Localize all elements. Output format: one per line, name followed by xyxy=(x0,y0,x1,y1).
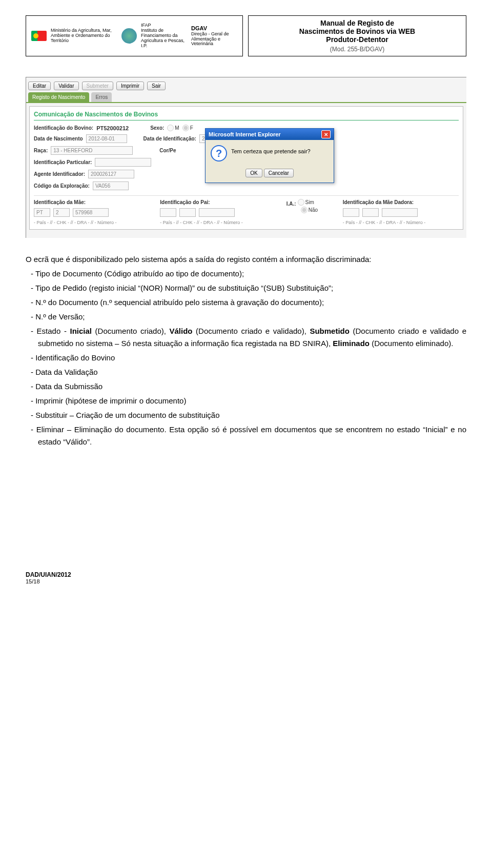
header-right-box: Manual de Registo de Nascimentos de Bovi… xyxy=(248,15,466,56)
parent-columns: Identificação da Mãe: - País - // - CHK … xyxy=(34,195,459,225)
dialog-ok-button[interactable]: OK xyxy=(245,169,262,177)
footer-page: 15/18 xyxy=(26,578,466,584)
ifap-label: IFAP Instituto de Financiamento da Agric… xyxy=(141,23,187,48)
maed-chk-input[interactable] xyxy=(362,208,379,217)
body-text: O ecrã que é disponibilizado pelo sistem… xyxy=(26,253,466,448)
dialog-cancel-button[interactable]: Cancelar xyxy=(264,169,294,177)
imprimir-button[interactable]: Imprimir xyxy=(116,82,144,90)
ia-sim-radio[interactable]: Sim xyxy=(298,199,314,206)
sair-button[interactable]: Sair xyxy=(147,82,166,90)
doc-mod: (Mod. 255-B/DGAV) xyxy=(254,46,461,53)
app-toolbar: Editar Validar Submeter Imprimir Sair xyxy=(26,77,466,92)
pai-chk-input[interactable] xyxy=(179,208,196,217)
ident-mae-label: Identificação da Mãe: xyxy=(34,199,86,205)
footer-org: DAD/UIAN/2012 xyxy=(26,571,466,578)
close-icon[interactable]: ✕ xyxy=(321,130,331,138)
ident-pai-label: Identificação do Pai: xyxy=(160,199,210,205)
list-item: - Identificação do Bovino xyxy=(26,352,466,364)
data-nasc-input[interactable] xyxy=(86,134,127,143)
panel-title: Comunicação de Nascimentos de Bovinos xyxy=(34,111,459,120)
raca-input[interactable] xyxy=(51,146,133,155)
mae-chk-input[interactable] xyxy=(53,208,70,217)
doc-title-line2: Nascimentos de Bovinos via WEB xyxy=(254,27,461,35)
validar-button[interactable]: Validar xyxy=(54,82,78,90)
app-tabs: Registo de Nascimento Erros xyxy=(26,92,466,103)
list-item: - Eliminar – Eliminação do documento. Es… xyxy=(26,423,466,448)
ident-part-input[interactable] xyxy=(95,158,151,167)
list-item-estado: - Estado - Inicial (Documento criado), V… xyxy=(26,325,466,350)
submeter-button[interactable]: Submeter xyxy=(82,82,113,90)
question-icon: ? xyxy=(211,145,227,162)
maed-hint: - País - // - CHK - // - DRA - // - Núme… xyxy=(343,220,459,225)
tab-erros[interactable]: Erros xyxy=(91,92,112,102)
ia-nao-radio[interactable]: Não xyxy=(301,207,318,213)
ident-part-label: Identificação Particular: xyxy=(34,159,92,165)
maed-num-input[interactable] xyxy=(382,208,418,217)
globe-icon xyxy=(121,28,137,44)
data-nasc-label: Data de Nascimento xyxy=(34,136,83,142)
intro-paragraph: O ecrã que é disponibilizado pelo sistem… xyxy=(26,253,466,266)
ident-bovino-label: Identificação do Bovino: xyxy=(34,125,93,131)
agente-label: Agente Identificador: xyxy=(34,171,85,177)
editar-button[interactable]: Editar xyxy=(28,82,51,90)
list-item: - N.º do Documento (n.º sequencial atrib… xyxy=(26,296,466,309)
doc-title-line1: Manual de Registo de xyxy=(254,19,461,27)
list-item: - N.º de Versão; xyxy=(26,311,466,323)
corpe-label: Cor/Pe xyxy=(159,148,176,153)
ministry-label: Ministério da Agricultura, Mar, Ambiente… xyxy=(51,28,117,44)
list-item: - Tipo de Pedido (registo inicial “(NOR)… xyxy=(26,282,466,294)
sexo-f-radio[interactable]: F xyxy=(182,125,193,131)
pai-hint: - País - // - CHK - // - DRA - // - Núme… xyxy=(160,220,276,225)
sexo-m-radio[interactable]: M xyxy=(167,125,179,131)
ia-label: I.A.: xyxy=(286,201,296,207)
dgav-label: Direção - Geral de Alimentação e Veterin… xyxy=(191,31,229,47)
sexo-label: Sexo: xyxy=(150,125,164,131)
list-item: - Data da Submissão xyxy=(26,380,466,393)
list-item: - Imprimir (hipótese de imprimir o docum… xyxy=(26,395,466,407)
list-item: - Data da Validação xyxy=(26,366,466,378)
ident-mae-dadora-label: Identificação da Mãe Dadora: xyxy=(343,199,414,205)
dgav-bold: DGAV xyxy=(191,25,207,31)
codigo-label: Código da Exploração: xyxy=(34,183,90,189)
tab-registo[interactable]: Registo de Nascimento xyxy=(28,92,89,102)
agente-input[interactable] xyxy=(88,170,134,178)
maed-pais-input[interactable] xyxy=(343,208,359,217)
app-screenshot: Editar Validar Submeter Imprimir Sair Re… xyxy=(26,77,466,238)
dialog-title-text: Microsoft Internet Explorer xyxy=(209,131,281,137)
flag-icon xyxy=(31,31,47,41)
mae-pais-input[interactable] xyxy=(34,208,50,217)
confirm-dialog: Microsoft Internet Explorer ✕ ? Tem cert… xyxy=(205,128,334,183)
dialog-titlebar: Microsoft Internet Explorer ✕ xyxy=(206,129,334,140)
codigo-input[interactable] xyxy=(93,181,129,190)
data-ident-label: Data de Identificação: xyxy=(144,136,196,142)
mae-hint: - País - // - CHK - // - DRA - // - Núme… xyxy=(34,220,150,225)
mae-num-input[interactable] xyxy=(73,208,109,217)
pai-pais-input[interactable] xyxy=(160,208,176,217)
header-left-box: Ministério da Agricultura, Mar, Ambiente… xyxy=(26,15,243,56)
pai-num-input[interactable] xyxy=(199,208,235,217)
raca-label: Raça: xyxy=(34,148,48,153)
dialog-message: Tem certeza que pretende sair? xyxy=(231,145,311,162)
ident-bovino-value: PT52000212 xyxy=(96,125,129,131)
list-item: - Substituir – Criação de um documento d… xyxy=(26,409,466,421)
page-footer: DAD/UIAN/2012 15/18 xyxy=(26,571,466,584)
doc-title-line3: Produtor-Detentor xyxy=(254,35,461,44)
dgav-block: DGAV Direção - Geral de Alimentação e Ve… xyxy=(191,25,237,47)
list-item: - Tipo de Documento (Código atribuído ao… xyxy=(26,268,466,280)
page-header: Ministério da Agricultura, Mar, Ambiente… xyxy=(26,15,466,56)
